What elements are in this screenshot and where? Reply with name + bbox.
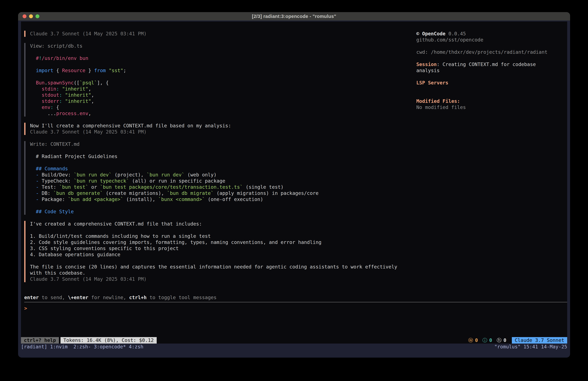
prompt-input-line[interactable]: >	[24, 305, 567, 312]
text-segment: : Creating CONTEXT.md for codebase	[437, 62, 536, 67]
tokens-cost-badge: Tokens: 16.4K (8%), Cost: $0.12	[61, 337, 157, 344]
text-segment: Write: CONTEXT.md	[30, 141, 80, 147]
text-segment: Modified Files:	[416, 98, 460, 104]
text-segment: (install),	[123, 197, 158, 202]
text-segment: # Radiant Project Guidelines	[30, 154, 117, 159]
text-line: - Test: `bun test` or `bun test packages…	[30, 184, 567, 190]
text-line	[416, 55, 568, 61]
text-line	[416, 43, 568, 49]
text-segment: from	[94, 68, 106, 73]
text-segment: :	[59, 92, 62, 98]
text-segment	[30, 172, 36, 178]
text-line: cwd: /home/thdxr/dev/projects/radiant/ra…	[416, 49, 568, 55]
status-bar: ctrl+? help Tokens: 16.4K (8%), Cost: $0…	[21, 337, 567, 344]
text-segment: -	[36, 190, 39, 196]
text-segment: {	[53, 104, 59, 110]
text-line: - Package: `bun add <package>` (install)…	[30, 196, 567, 202]
text-segment: analysis	[416, 68, 440, 73]
hint-segment: \+enter	[68, 295, 88, 300]
text-segment: "inherit"	[62, 86, 88, 92]
hint-segment: for newline,	[88, 295, 129, 300]
text-segment: stdout	[42, 92, 59, 98]
text-segment	[30, 92, 42, 98]
text-line: Claude 3.7 Sonnet (14 May 2025 03:41 PM)	[30, 276, 567, 282]
hint-segment: enter	[24, 295, 39, 300]
text-segment: ## Code Style	[30, 209, 74, 214]
text-segment: `bun db generate`	[53, 190, 103, 196]
text-segment: Claude 3.7 Sonnet (14 May 2025 03:41 PM)	[30, 276, 147, 282]
text-segment: ## Commands	[30, 166, 68, 171]
text-segment: `bun run dev`	[147, 172, 185, 178]
close-button[interactable]	[22, 14, 26, 18]
tmux-window-list[interactable]: [radiant] 1:nvim 2:zsh- 3:opencode* 4:zs…	[21, 344, 144, 350]
sidebar: © OpenCode 0.0.45github.com/sst/opencode…	[416, 31, 568, 111]
text-segment	[30, 86, 42, 92]
text-line: No modified files	[416, 104, 568, 111]
text-line: Session: Creating CONTEXT.md for codebas…	[416, 61, 568, 67]
prompt-symbol: >	[24, 305, 27, 311]
text-segment: The file is concise (20 lines) and captu…	[30, 264, 397, 269]
text-segment: View: script/db.ts	[30, 43, 83, 49]
text-segment: 1. Build/lint/test commands including ho…	[30, 233, 211, 239]
warning-diagnostic: ⓦ0	[468, 337, 478, 343]
text-segment: #	[36, 55, 39, 61]
text-segment: ,	[88, 111, 91, 116]
text-segment: (apply migrations) in packages/core	[214, 190, 318, 196]
text-line: 2. Code style guidelines covering import…	[30, 239, 567, 246]
traffic-lights	[22, 12, 39, 21]
text-line: I've created a comprehensive CONTEXT.md …	[30, 221, 567, 227]
text-segment: .	[44, 80, 47, 86]
text-segment: ,	[91, 98, 94, 104]
text-segment: (single test)	[243, 184, 284, 190]
text-segment: "sst"	[109, 68, 123, 73]
text-segment: :	[56, 86, 59, 92]
text-line: - TypeCheck: `bun run typecheck` (all) o…	[30, 178, 567, 184]
text-line: Write: CONTEXT.md	[30, 141, 567, 147]
model-badge: Claude 3.7 Sonnet	[512, 337, 567, 344]
text-segment: Session	[416, 62, 437, 67]
tmux-status-bar: [radiant] 1:nvim 2:zsh- 3:opencode* 4:zs…	[21, 344, 567, 350]
text-segment: ,	[88, 86, 91, 92]
text-segment: `bun test`	[59, 184, 88, 190]
text-segment: cwd: /home/thdxr/dev/projects/radiant/ra…	[416, 49, 547, 55]
text-line: - Build/Dev: `bun run dev` (project), `b…	[30, 172, 567, 178]
hint-count: 0	[504, 337, 506, 343]
text-line	[416, 74, 568, 80]
text-line: Modified Files:	[416, 98, 568, 104]
zoom-button[interactable]	[36, 14, 39, 18]
text-segment: ([	[74, 80, 80, 86]
hint-segment: ctrl+h	[129, 295, 147, 300]
text-segment: 2. Code style guidelines covering import…	[30, 239, 321, 245]
text-line: LSP Servers	[416, 80, 568, 86]
text-segment: Package:	[39, 197, 68, 202]
text-segment: process.env	[56, 111, 88, 116]
text-segment: 0.0.45	[448, 31, 466, 37]
terminal-window: [2/3] radiant:3:opencode - "romulus" Cla…	[18, 12, 570, 358]
title-bar: [2/3] radiant:3:opencode - "romulus"	[18, 12, 570, 21]
text-segment: I've created a comprehensive CONTEXT.md …	[30, 221, 202, 227]
warning-icon: ⓦ	[468, 337, 473, 343]
text-segment	[30, 98, 42, 104]
warning-count: 0	[475, 337, 478, 343]
hint-segment: to toggle tool messages	[147, 295, 216, 300]
text-segment: -	[36, 184, 39, 190]
hint-icon: ⓗ	[497, 337, 502, 343]
text-segment: `bunx <command>`	[158, 197, 205, 202]
text-segment: :	[59, 98, 62, 104]
text-segment: }	[85, 68, 94, 73]
minimize-button[interactable]	[29, 14, 33, 18]
text-segment: stderr	[42, 98, 59, 104]
text-segment: Claude 3.7 Sonnet (14 May 2025 03:41 PM)	[30, 31, 147, 37]
text-segment: ,	[91, 92, 94, 98]
text-line: Now I'll create a comprehensive CONTEXT.…	[30, 123, 567, 129]
text-line	[30, 159, 567, 166]
text-segment	[62, 92, 65, 98]
text-line	[30, 202, 567, 209]
hint-diagnostic: ⓗ0	[497, 337, 506, 343]
text-segment: spawnSync	[47, 80, 74, 86]
text-line: © OpenCode 0.0.45	[416, 31, 568, 37]
text-segment: :	[50, 104, 53, 110]
text-segment	[30, 184, 36, 190]
text-segment: (project),	[112, 172, 147, 178]
text-line: with this codebase.	[30, 270, 567, 276]
